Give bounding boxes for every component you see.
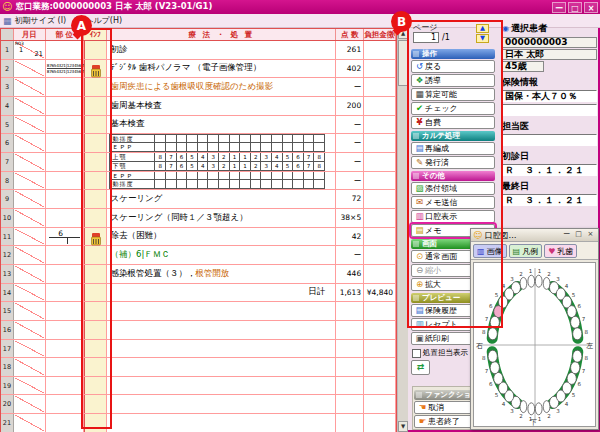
table-row[interactable]: 8ＥＰＰ動揺度ー [1,172,396,191]
panel-button-yen[interactable]: ¥自費 [411,116,495,129]
oral-maximize-button[interactable]: □ [573,230,584,240]
table-row[interactable]: 14日計1,613¥4,840 [1,284,396,303]
tooth-number: 7 [485,368,489,374]
scrollbar-thumb[interactable] [398,40,408,86]
treatment-text: （補）6|ＦＭＣ [110,249,169,261]
tooth[interactable] [571,362,580,374]
row-number: 13 [1,265,14,283]
close-button[interactable]: × [584,2,598,13]
table-row[interactable]: 4歯周基本検査200 [1,97,396,116]
table-row[interactable]: 287654321|1234567887654321|12345678ﾃﾞｼﾞﾀ… [1,60,396,79]
tooth-number: 5 [572,292,576,298]
panel-button-check[interactable]: ✔チェック [411,102,495,115]
oral-tool-baby-tooth[interactable]: ♥乳歯 [544,244,577,258]
tooth[interactable] [571,316,580,328]
panel-button-issued[interactable]: ✎発行済 [411,156,495,169]
tooth[interactable] [573,350,582,362]
date-cell [14,97,46,115]
tooth[interactable] [520,277,527,289]
tooth[interactable] [520,401,527,413]
insurance-extra [502,104,597,116]
patient-age: 45歳 [502,61,544,72]
table-row[interactable]: 18 [1,358,396,377]
table-row[interactable]: 21 [1,414,396,432]
staff-display-checkbox[interactable] [412,349,421,358]
oral-close-button[interactable]: × [585,230,596,240]
charge-cell [364,97,396,115]
panel-button-calc[interactable]: ▦算定可能 [411,88,495,101]
tooth[interactable] [528,403,535,415]
panel-button-guide[interactable]: ❖誘導 [411,74,495,87]
oral-tool-legend[interactable]: ▤凡例 [509,244,543,258]
table-row[interactable]: 20 [1,395,396,414]
part-cell [46,134,84,152]
table-row[interactable]: 9スケーリング72 [1,190,396,209]
table-row[interactable]: 116除去（困難）42 [1,228,396,247]
oral-chart-svg[interactable]: 12345678123456781234567812345678右左下 [474,263,597,427]
tooth[interactable] [535,403,542,415]
tooth[interactable] [567,306,576,318]
tooth[interactable] [528,275,535,287]
tooth[interactable] [543,277,550,289]
tooth[interactable] [488,328,497,340]
oral-toolbar: ▥画像▤凡例♥乳歯 [471,242,598,260]
table-row[interactable]: 7上顎8765432112345678下顎8765432112345678ー [1,153,396,172]
table-row[interactable]: 16 [1,321,396,340]
table-row[interactable]: 13感染根管処置（３），根管開放446 [1,265,396,284]
oral-chart[interactable]: 12345678123456781234567812345678右左下 [473,262,596,427]
tooth-number: 3 [510,408,514,414]
tooth[interactable] [490,362,499,374]
page-down-icon[interactable]: ▼ [476,34,489,43]
tooth[interactable] [494,372,503,384]
tooth[interactable] [567,372,576,384]
treatment-cell: 動揺度ＥＰＰ [107,134,336,152]
button-label: 添付領域 [425,183,457,194]
header-charge: 負担金徴収額 [364,29,396,40]
maximize-button[interactable]: □ [568,2,582,13]
page-up-icon[interactable]: ▲ [476,24,489,33]
scroll-down-icon[interactable]: ▼ [398,421,408,432]
table-scrollbar[interactable]: ▲ ▼ [397,28,408,432]
perio-cell: 3 [261,153,272,162]
panel-button-mouth[interactable]: ▥口腔表示 [411,210,495,223]
perio-cell [272,180,283,189]
tooth[interactable] [573,328,582,340]
tooth[interactable] [543,401,550,413]
page-input[interactable]: 1 [413,32,439,43]
table-row[interactable]: 17 [1,340,396,359]
table-row[interactable]: 10スケーリング（同時１／３顎超え）38×5 [1,209,396,228]
window-titlebar: ☺ 窓口業務:0000000003 日本 太郎 (V23-01/G1) ー □ … [0,0,600,14]
table-row[interactable]: 1R03121初診261 [1,41,396,60]
panel-button-doc[interactable]: ▤再編成 [411,142,495,155]
date-cell [14,209,46,227]
table-row[interactable]: 5基本検査ー [1,116,396,135]
panel-button-mail[interactable]: ✉メモ送信 [411,196,495,209]
tooth[interactable] [490,316,499,328]
menu-item-initial-size[interactable]: 初期サイズ (I) [15,15,67,26]
button-label: 患者終了 [428,416,460,427]
table-row[interactable]: 3歯周疾患による歯根吸収度確認のため撮影ー [1,78,396,97]
chart-label-right: 右 [476,342,483,350]
panel-button-attach[interactable]: ▨添付領域 [411,182,495,195]
table-row[interactable]: 15 [1,302,396,321]
oral-minimize-button[interactable]: ー [561,230,572,240]
tooth[interactable] [488,350,497,362]
tooth[interactable] [535,275,542,287]
tooth-number: 1 [538,268,542,274]
oral-window-titlebar[interactable]: ☺ 口腔図… ー □ × [471,229,598,242]
minimize-button[interactable]: ー [552,2,566,13]
date-diagonal [15,191,44,207]
switch-display-button[interactable]: ⇄ [411,360,430,375]
perio-cell [251,172,262,181]
table-row[interactable]: 12（補）6|ＦＭＣー [1,246,396,265]
table-row[interactable]: 6動揺度ＥＰＰー [1,134,396,153]
panel-button-undo[interactable]: ↺戻る [411,60,495,73]
row-number: 7 [1,153,14,171]
row-number: 8 [1,172,14,190]
date-diagonal [15,98,44,114]
points-cell [336,395,364,413]
treatment-cell [107,340,336,358]
table-row[interactable]: 19 [1,377,396,396]
tooth[interactable] [494,306,503,318]
oral-tool-image[interactable]: ▥画像 [473,244,507,258]
